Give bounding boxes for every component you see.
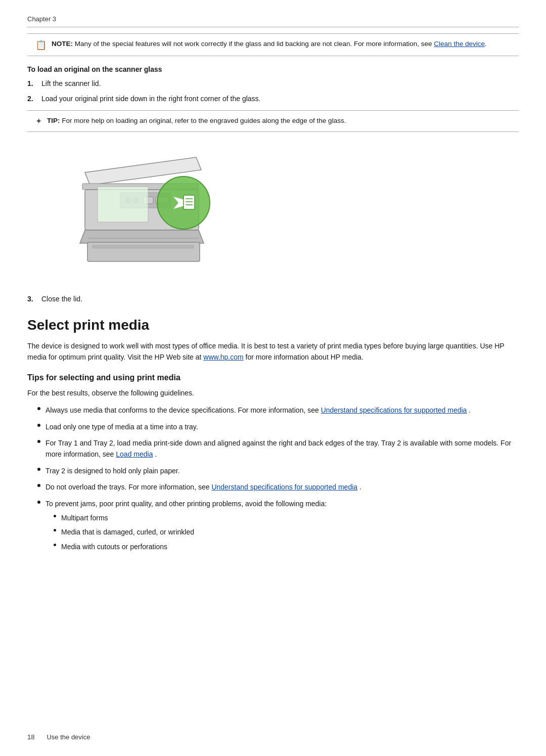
footer: 18 Use the device (27, 733, 519, 741)
understand-specs-link-1[interactable]: Understand specifications for supported … (321, 406, 467, 414)
step-2-text: Load your original print side down in th… (41, 94, 260, 105)
tip-bullet-4: Tray 2 is designed to hold only plain pa… (37, 465, 519, 476)
tip-text: TIP: For more help on loading an origina… (47, 116, 346, 126)
sub-bullet-2-dot (54, 529, 56, 531)
footer-label: Use the device (47, 733, 90, 741)
tip-bullet-3-text: For Tray 1 and Tray 2, load media print-… (46, 437, 519, 460)
tip-bullet-1: Always use media that conforms to the de… (37, 405, 519, 416)
footer-page-number: 18 (27, 733, 34, 741)
section-title: Select print media (27, 317, 519, 333)
note-icon: 📋 (35, 39, 47, 51)
tip-icon: ✦ (35, 116, 42, 126)
note-label: NOTE: (52, 40, 73, 48)
tip-bullet-6: To prevent jams, poor print quality, and… (37, 498, 519, 556)
bullet-2-dot (37, 424, 40, 427)
tip-label: TIP: (47, 117, 60, 124)
page: Chapter 3 📋 NOTE: Many of the special fe… (0, 0, 546, 756)
note-box: 📋 NOTE: Many of the special features wil… (27, 33, 519, 56)
sub-bullet-3: Media with cutouts or perforations (54, 541, 327, 552)
load-media-link[interactable]: Load media (116, 450, 153, 458)
sub-bullet-2-text: Media that is damaged, curled, or wrinkl… (61, 526, 194, 538)
tips-heading: Tips for selecting and using print media (27, 373, 519, 382)
sub-bullet-1: Multipart forms (54, 512, 327, 523)
svg-marker-8 (80, 230, 204, 243)
sub-bullet-2: Media that is damaged, curled, or wrinkl… (54, 526, 327, 538)
step-1-num: 1. (27, 78, 37, 90)
scanner-step-3: 3. Close the lid. (27, 294, 519, 305)
scanner-steps-list: 1. Lift the scanner lid. 2. Load your or… (27, 78, 519, 104)
svg-rect-10 (93, 245, 194, 248)
note-text: NOTE: Many of the special features will … (52, 39, 487, 50)
tips-intro: For the best results, observe the follow… (27, 387, 519, 398)
printer-image (55, 142, 226, 284)
tip-bullet-5-text: Do not overload the trays. For more info… (46, 481, 361, 493)
svg-rect-15 (184, 195, 195, 209)
tip-bullet-6-content: To prevent jams, poor print quality, and… (46, 498, 327, 556)
tip-bullet-5: Do not overload the trays. For more info… (37, 481, 519, 493)
bullet-5-dot (37, 484, 40, 487)
tip-bullet-3: For Tray 1 and Tray 2, load media print-… (37, 437, 519, 460)
intro-text-2: for more information about HP media. (246, 353, 363, 361)
svg-rect-19 (98, 187, 148, 222)
clean-device-link[interactable]: Clean the device (434, 40, 485, 48)
tip-bullet-2: Load only one type of media at a time in… (37, 421, 519, 432)
tips-bullet-list: Always use media that conforms to the de… (37, 405, 519, 555)
sub-bullet-3-dot (54, 544, 56, 546)
section-intro: The device is designed to work well with… (27, 340, 519, 363)
tip-box: ✦ TIP: For more help on loading an origi… (27, 110, 519, 132)
bullet-4-dot (37, 468, 40, 471)
scanner-step-2: 2. Load your original print side down in… (27, 94, 519, 105)
bullet-1-dot (37, 407, 40, 410)
scanner-glass-heading: To load an original on the scanner glass (27, 65, 519, 73)
sub-bullet-3-text: Media with cutouts or perforations (61, 541, 167, 552)
note-body: Many of the special features will not wo… (75, 40, 434, 48)
printer-svg (55, 142, 226, 284)
understand-specs-link-2[interactable]: Understand specifications for supported … (211, 483, 357, 491)
step-3-num: 3. (27, 294, 37, 305)
step-1-text: Lift the scanner lid. (41, 78, 101, 90)
sub-bullet-list: Multipart forms Media that is damaged, c… (54, 512, 327, 552)
scanner-step-1: 1. Lift the scanner lid. (27, 78, 519, 90)
bullet-6-dot (37, 501, 40, 504)
tip-bullet-1-text: Always use media that conforms to the de… (46, 405, 471, 416)
tip-body: For more help on loading an original, re… (62, 117, 346, 124)
bullet-3-dot (37, 440, 40, 443)
svg-rect-9 (87, 242, 200, 261)
step-3-text: Close the lid. (41, 294, 82, 305)
sub-bullet-1-text: Multipart forms (61, 512, 108, 523)
chapter-label: Chapter 3 (27, 15, 519, 27)
tip-bullet-6-text: To prevent jams, poor print quality, and… (46, 500, 327, 508)
hp-com-link[interactable]: www.hp.com (203, 353, 243, 361)
sub-bullet-1-dot (54, 515, 56, 517)
tip-bullet-4-text: Tray 2 is designed to hold only plain pa… (46, 465, 180, 476)
step-2-num: 2. (27, 94, 37, 105)
note-period: . (485, 40, 487, 48)
tip-bullet-2-text: Load only one type of media at a time in… (46, 421, 198, 432)
